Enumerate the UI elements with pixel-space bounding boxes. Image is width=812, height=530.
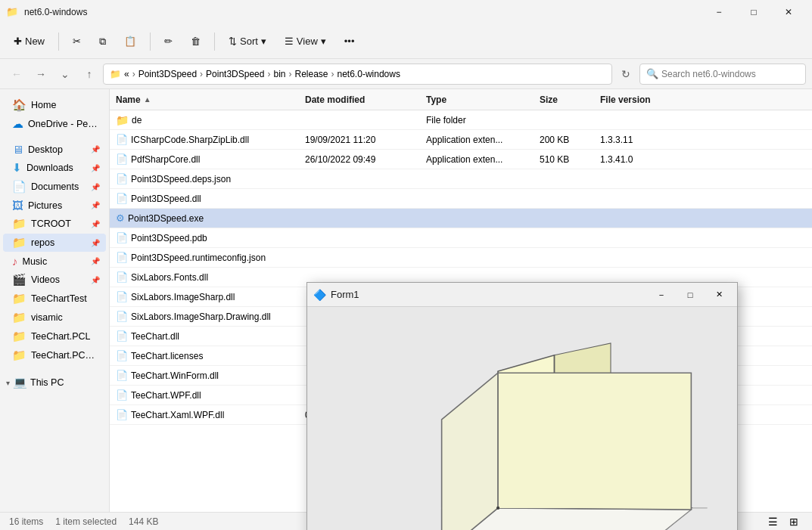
table-row[interactable]: 📄 Point3DSpeed.pdb [110,228,812,248]
delete-icon: 🗑 [191,36,201,47]
table-row[interactable]: 📄 Point3DSpeed.runtimeconfig.json [110,248,812,268]
sidebar-item-videos[interactable]: 🎬 Videos 📌 [3,271,106,289]
copy-icon: ⧉ [99,36,106,48]
sidebar-item-onedrive[interactable]: ☁ OneDrive - Pers... [3,115,106,133]
teecharttest-icon: 📁 [12,292,26,305]
this-pc-chevron-icon: ▾ [6,379,10,387]
search-input[interactable] [661,69,799,79]
desktop-pin-icon: 📌 [91,145,100,153]
grid-view-button[interactable]: ⊞ [785,513,803,530]
path-segment-4[interactable]: bin [273,69,285,79]
more-button[interactable]: ••• [337,28,362,55]
type-header-label: Type [426,95,446,105]
path-segment-5[interactable]: Release [294,69,328,79]
desktop-icon: 🖥 [12,143,23,156]
table-row[interactable]: 📄 PdfSharpCore.dll 26/10/2022 09:49 Appl… [110,150,812,169]
sidebar-item-desktop[interactable]: 🖥 Desktop 📌 [3,141,106,158]
sort-button[interactable]: ⇅ Sort ▾ [221,28,274,55]
col-modified-header[interactable]: Date modified [299,95,420,105]
videos-pin-icon: 📌 [91,276,100,284]
documents-pin-icon: 📌 [91,183,100,191]
path-segment-2[interactable]: Point3DSpeed [138,69,197,79]
form1-icon: 🔷 [313,289,326,301]
visamic-label: visamic [31,312,100,323]
sidebar-item-teechartpclu[interactable]: 📁 TeeChart.PCL.U... [3,346,106,364]
separator-2 [150,33,151,51]
file-name-label: TeeChart.WPF.dll [131,390,201,401]
tcroot-label: TCROOT [31,219,86,229]
file-name-label: TeeChart.dll [131,331,179,342]
window-title: net6.0-windows [24,7,695,17]
toolbar: ✚ New ✂ ⧉ 📋 ✏ 🗑 ⇅ Sort ▾ ☰ View ▾ ••• [0,24,812,59]
close-button[interactable]: ✕ [771,0,806,24]
cut-button[interactable]: ✂ [65,28,89,55]
file-name-cell: 📁 de [110,114,299,126]
table-row[interactable]: ⚙ Point3DSpeed.exe [110,209,812,228]
form1-minimize-button[interactable]: − [649,285,674,305]
table-row[interactable]: 📄 Point3DSpeed.dll [110,189,812,209]
file-version-cell: 1.3.41.0 [594,154,685,165]
file-name-cell: 📄 Point3DSpeed.deps.json [110,173,299,184]
pictures-icon: 🖼 [12,199,23,212]
table-row[interactable]: 📄 Point3DSpeed.deps.json [110,169,812,189]
path-segment-3[interactable]: Point3DSpeed [206,69,264,79]
path-sep-1: › [200,69,203,79]
address-path[interactable]: 📁 « › Point3DSpeed › Point3DSpeed › bin … [103,64,612,85]
sidebar-item-home[interactable]: 🏠 Home [3,96,106,114]
sidebar-item-documents[interactable]: 📄 Documents 📌 [3,178,106,196]
home-icon: 🏠 [12,98,26,112]
back-button[interactable]: ← [6,64,27,85]
downloads-icon: ⬇ [12,161,22,175]
sidebar-item-visamic[interactable]: 📁 visamic [3,308,106,327]
home-label: Home [31,100,100,110]
view-toggle: ☰ ⊞ [764,513,803,530]
delete-button[interactable]: 🗑 [183,28,208,55]
file-name-label: Point3DSpeed.pdb [131,233,207,243]
svg-marker-23 [498,373,691,510]
forward-button[interactable]: → [30,64,51,85]
file-name-cell: 📄 TeeChart.WPF.dll [110,389,299,401]
form1-close-button[interactable]: ✕ [707,285,731,305]
new-button[interactable]: ✚ New [6,28,52,55]
form1-maximize-button[interactable]: □ [678,285,702,305]
rename-button[interactable]: ✏ [157,28,180,55]
sidebar-item-tcroot[interactable]: 📁 TCROOT 📌 [3,215,106,233]
table-row[interactable]: 📁 de File folder [110,110,812,130]
sidebar-item-pictures[interactable]: 🖼 Pictures 📌 [3,197,106,214]
search-icon: 🔍 [646,68,658,79]
modified-header-label: Date modified [305,95,365,105]
refresh-button[interactable]: ↻ [615,64,636,85]
item-count: 16 items [9,516,43,527]
sidebar-item-teecharttest[interactable]: 📁 TeeChartTest [3,290,106,308]
col-version-header[interactable]: File version [594,95,685,105]
onedrive-label: OneDrive - Pers... [28,119,100,129]
maximize-button[interactable]: □ [736,0,771,24]
view-button[interactable]: ☰ View ▾ [277,28,334,55]
sidebar-item-teechartpcl[interactable]: 📁 TeeChart.PCL [3,327,106,346]
sort-icon: ⇅ [229,36,237,47]
path-sep-4: › [331,69,334,79]
this-pc-section[interactable]: ▾ 💻 This PC [0,371,109,391]
minimize-button[interactable]: − [702,0,736,24]
list-view-button[interactable]: ☰ [764,513,782,530]
table-row[interactable]: 📄 ICSharpCode.SharpZipLib.dll 19/09/2021… [110,130,812,150]
col-name-header[interactable]: Name ▲ [110,95,299,105]
path-segment-6[interactable]: net6.0-windows [338,69,400,79]
form1-title-bar: 🔷 Form1 − □ ✕ [307,283,737,307]
sidebar-item-repos[interactable]: 📁 repos 📌 [3,234,106,252]
teechartpcl-label: TeeChart.PCL [31,331,100,342]
paste-button[interactable]: 📋 [117,28,144,55]
videos-label: Videos [31,274,86,285]
sidebar-item-downloads[interactable]: ⬇ Downloads 📌 [3,159,106,177]
up-button[interactable]: ↑ [79,64,100,85]
recent-locations-button[interactable]: ⌄ [54,64,76,85]
col-type-header[interactable]: Type [420,95,534,105]
teechartpcl-icon: 📁 [12,330,26,343]
col-size-header[interactable]: Size [534,95,594,105]
form1-window: 🔷 Form1 − □ ✕ TeeChart [306,282,738,530]
search-box[interactable]: 🔍 [639,64,806,85]
sidebar-item-music[interactable]: ♪ Music 📌 [3,253,106,270]
copy-button[interactable]: ⧉ [92,28,114,55]
file-version-cell: 1.3.3.11 [594,135,685,145]
view-icon: ☰ [285,36,294,47]
